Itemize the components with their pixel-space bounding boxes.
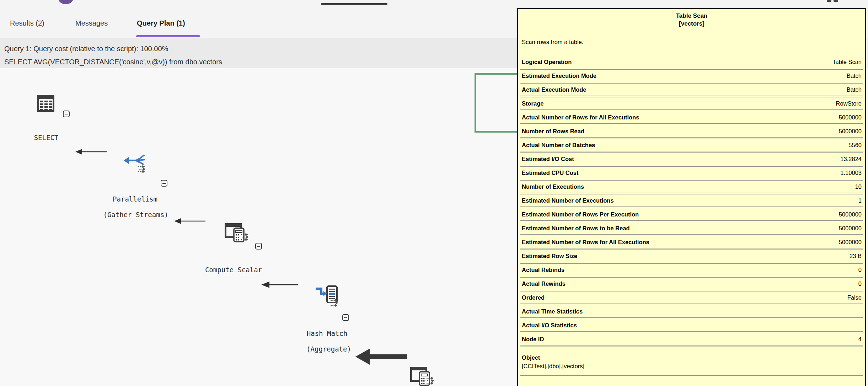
tooltip-row: Actual Time Statistics [520, 305, 863, 317]
tooltip-row-label: Estimated Row Size [522, 253, 577, 259]
tab-results[interactable]: Results (2) [10, 19, 44, 27]
tab-query-plan[interactable]: Query Plan (1) [137, 19, 185, 27]
tooltip-row-label: Actual I/O Statistics [522, 322, 577, 329]
tooltip-row-label: Ordered [522, 294, 545, 301]
tooltip-row: Estimated CPU Cost1.10003 [520, 167, 863, 179]
tooltip-row-value: 10 [855, 183, 862, 190]
node-cost-percent: 0% [0, 135, 568, 143]
tooltip-row-label: Number of Rows Read [522, 128, 584, 135]
status-dot-partial-icon [58, 0, 74, 4]
tooltip-row-value: 5000000 [839, 225, 862, 232]
tooltip-row-value: 1.10003 [840, 170, 862, 176]
tooltip-row-label: Estimated Execution Mode [522, 73, 596, 79]
node-cost-percent: 0% [0, 77, 480, 85]
tooltip-row-label: Actual Rebinds [522, 267, 564, 273]
tooltip-rows: Logical OperationTable ScanEstimated Exe… [520, 56, 863, 347]
query-plan-view: Results (2) Messages Query Plan (1) Quer… [0, 0, 868, 386]
tooltip-row-value: 5000000 [839, 211, 862, 218]
tooltip-row-value: Table Scan [832, 59, 862, 65]
tooltip-row: Actual I/O Statistics [520, 319, 863, 331]
tooltip-title: Table Scan [520, 12, 863, 20]
tooltip-object-label: Object [522, 353, 862, 362]
tooltip-row-value: 5560 [848, 142, 862, 149]
query-cost-line: Query 1: Query cost (relative to the scr… [4, 45, 168, 53]
tooltip-row-value: False [847, 294, 862, 301]
tooltip-object-section: Object [CCITest].[dbo].[vectors] [520, 353, 863, 370]
tooltip-row: StorageRowStore [520, 97, 863, 109]
tooltip-row: Number of Rows Read5000000 [520, 125, 863, 137]
tooltip-row: Estimated I/O Cost13.2824 [520, 153, 863, 165]
tooltip-row-label: Actual Number of Rows for All Executions [522, 114, 639, 121]
tooltip-row-value: 0 [858, 267, 862, 273]
tab-messages[interactable]: Messages [75, 19, 108, 27]
tooltip-row: Estimated Number of Rows Per Execution50… [520, 208, 863, 220]
truncated-toolbar-icon [834, 0, 838, 2]
tooltip-row-label: Storage [522, 100, 543, 107]
tooltip-row-label: Estimated Number of Rows for All Executi… [522, 239, 649, 246]
tooltip-row-label: Estimated Number of Rows to be Read [522, 225, 629, 232]
node-properties-tooltip: Table Scan [vectors] Scan rows from a ta… [517, 8, 866, 386]
tooltip-row: Estimated Execution ModeBatch [520, 70, 863, 82]
tooltip-row-value: Batch [847, 73, 862, 79]
tooltip-subtitle: [vectors] [520, 20, 863, 28]
tooltip-row-value: RowStore [836, 100, 862, 107]
tooltip-row: Actual Number of Rows for All Executions… [520, 111, 863, 123]
tooltip-row: Actual Number of Batches5560 [520, 139, 863, 151]
tooltip-object-value: [CCITest].[dbo].[vectors] [522, 362, 862, 370]
active-tab-underline [136, 35, 200, 37]
tooltip-row-label: Actual Number of Batches [522, 142, 595, 149]
tooltip-row-label: Actual Time Statistics [522, 308, 583, 315]
tooltip-row: Actual Execution ModeBatch [520, 84, 863, 96]
tooltip-row-value: 1 [858, 197, 862, 204]
tooltip-row-value: 4 [858, 336, 862, 343]
tooltip-row-label: Node ID [522, 336, 544, 343]
tooltip-row-value: 0 [858, 280, 862, 287]
tooltip-row-value: 23 B [850, 253, 862, 259]
query-statement-line: SELECT AVG(VECTOR_DISTANCE('cosine',v,@v… [4, 58, 222, 66]
tooltip-row: Actual Rewinds0 [520, 278, 863, 290]
tooltip-row: Node ID4 [520, 333, 863, 345]
tooltip-row-divider [520, 375, 863, 377]
collapse-node-button[interactable] [63, 111, 70, 117]
tooltip-row: OrderedFalse [520, 291, 863, 304]
tooltip-row: Estimated Number of Executions1 [520, 194, 863, 207]
tooltip-row-label: Actual Execution Mode [522, 86, 586, 93]
truncated-toolbar-icon [827, 0, 831, 2]
tooltip-row: Actual Rebinds0 [520, 264, 863, 276]
tooltip-row-label: Estimated Number of Rows Per Execution [522, 211, 639, 218]
tooltip-row-label: Estimated I/O Cost [522, 156, 574, 162]
tooltip-row: Estimated Row Size23 B [520, 250, 863, 262]
tooltip-row-value: 13.2824 [840, 156, 862, 162]
tooltip-row-label: Number of Executions [522, 183, 584, 190]
tooltip-row-label: Actual Rewinds [522, 280, 566, 287]
tooltip-row-label: Logical Operation [522, 59, 572, 65]
tooltip-description: Scan rows from a table. [520, 38, 863, 45]
collapse-node-button[interactable] [161, 180, 167, 187]
node-label: Parallelism [0, 195, 569, 203]
tooltip-row-label: Estimated CPU Cost [522, 170, 579, 176]
panel-drag-handle[interactable] [321, 3, 387, 5]
tooltip-row-value: Batch [847, 86, 862, 93]
tooltip-row: Estimated Number of Rows for All Executi… [520, 236, 863, 248]
tooltip-row-divider [520, 345, 863, 347]
tooltip-row-value: 5000000 [839, 114, 862, 121]
tooltip-row: Logical OperationTable Scan [520, 56, 863, 68]
collapse-node-button[interactable] [342, 314, 349, 321]
tooltip-row-value: 5000000 [839, 239, 862, 246]
tooltip-row: Estimated Number of Rows to be Read50000… [520, 222, 863, 234]
tooltip-row-value: 5000000 [839, 128, 862, 135]
tooltip-row: Number of Executions10 [520, 181, 863, 193]
tooltip-row-label: Estimated Number of Executions [522, 197, 614, 204]
collapse-node-button[interactable] [255, 243, 262, 250]
